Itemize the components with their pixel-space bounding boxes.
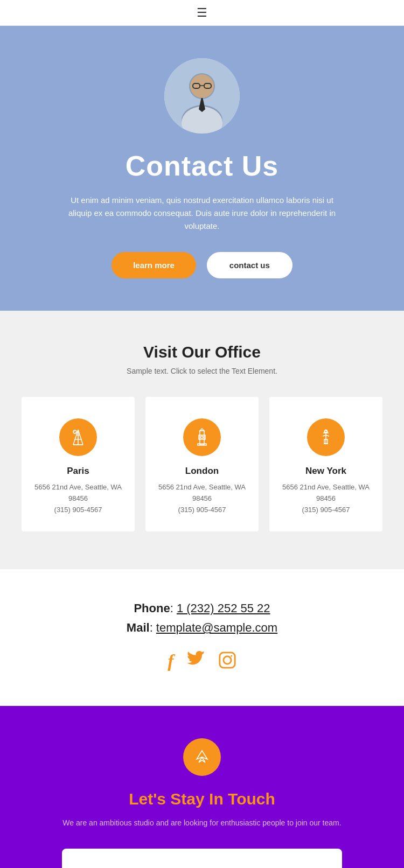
logo-bird-icon xyxy=(191,746,213,768)
svg-rect-31 xyxy=(219,653,234,668)
contact-us-button[interactable]: contact us xyxy=(207,252,292,278)
contact-info-section: Phone: 1 (232) 252 55 22 Mail: template@… xyxy=(0,569,404,706)
hero-description: Ut enim ad minim veniam, quis nostrud ex… xyxy=(67,194,337,233)
newyork-icon xyxy=(316,428,336,447)
instagram-icon[interactable] xyxy=(218,651,236,674)
svg-line-14 xyxy=(78,430,83,445)
twitter-icon[interactable] xyxy=(187,651,205,674)
hero-title: Contact Us xyxy=(126,150,278,182)
svg-point-32 xyxy=(224,656,231,664)
newyork-city: New York xyxy=(305,466,346,477)
svg-line-13 xyxy=(73,430,78,445)
phone-label: Phone xyxy=(134,601,170,615)
learn-more-button[interactable]: learn more xyxy=(112,252,196,278)
facebook-icon[interactable]: f xyxy=(168,651,173,674)
london-city: London xyxy=(185,466,219,477)
hamburger-icon[interactable]: ☰ xyxy=(197,6,207,20)
mail-label: Mail xyxy=(127,621,150,634)
svg-line-27 xyxy=(323,435,326,436)
avatar xyxy=(164,58,240,134)
office-subtitle: Sample text. Click to select the Text El… xyxy=(22,367,382,375)
stay-touch-title: Let's Stay In Touch xyxy=(22,790,382,808)
navigation: ☰ xyxy=(0,0,404,26)
svg-marker-20 xyxy=(200,429,204,431)
mail-link[interactable]: template@sample.com xyxy=(156,621,277,634)
hero-buttons: learn more contact us xyxy=(112,252,292,278)
office-section: Visit Our Office Sample text. Click to s… xyxy=(0,311,404,569)
london-icon-wrap xyxy=(183,418,221,456)
svg-point-5 xyxy=(190,74,214,98)
london-icon xyxy=(192,428,212,447)
paris-city: Paris xyxy=(67,466,89,477)
stay-touch-desc: We are an ambitious studio and are looki… xyxy=(22,817,382,829)
svg-point-26 xyxy=(325,430,328,433)
svg-line-16 xyxy=(74,431,76,433)
stay-touch-section: Let's Stay In Touch We are an ambitious … xyxy=(0,706,404,868)
hero-section: Contact Us Ut enim ad minim veniam, quis… xyxy=(0,26,404,311)
newyork-address: 5656 21nd Ave, Seattle, WA 98456 (315) 9… xyxy=(280,482,372,515)
phone-info: Phone: 1 (232) 252 55 22 xyxy=(22,601,382,615)
contact-form-card: Email Name Message Submit xyxy=(62,849,342,868)
office-card-london: London 5656 21nd Ave, Seattle, WA 98456 … xyxy=(145,397,259,531)
social-icons: f xyxy=(22,651,382,695)
newyork-icon-wrap xyxy=(307,418,345,456)
phone-link[interactable]: 1 (232) 252 55 22 xyxy=(177,601,270,615)
paris-icon xyxy=(68,428,88,447)
office-card-paris: Paris 5656 21nd Ave, Seattle, WA 98456 (… xyxy=(22,397,135,531)
office-cards: Paris 5656 21nd Ave, Seattle, WA 98456 (… xyxy=(22,397,382,531)
london-address: 5656 21nd Ave, Seattle, WA 98456 (315) 9… xyxy=(156,482,248,515)
svg-line-28 xyxy=(326,435,329,436)
svg-point-33 xyxy=(231,655,232,657)
mail-info: Mail: template@sample.com xyxy=(22,621,382,635)
office-card-newyork: New York 5656 21nd Ave, Seattle, WA 9845… xyxy=(269,397,382,531)
office-title: Visit Our Office xyxy=(22,343,382,361)
paris-icon-wrap xyxy=(59,418,97,456)
stay-logo-icon xyxy=(183,738,221,776)
paris-address: 5656 21nd Ave, Seattle, WA 98456 (315) 9… xyxy=(32,482,124,515)
svg-marker-34 xyxy=(197,751,207,759)
